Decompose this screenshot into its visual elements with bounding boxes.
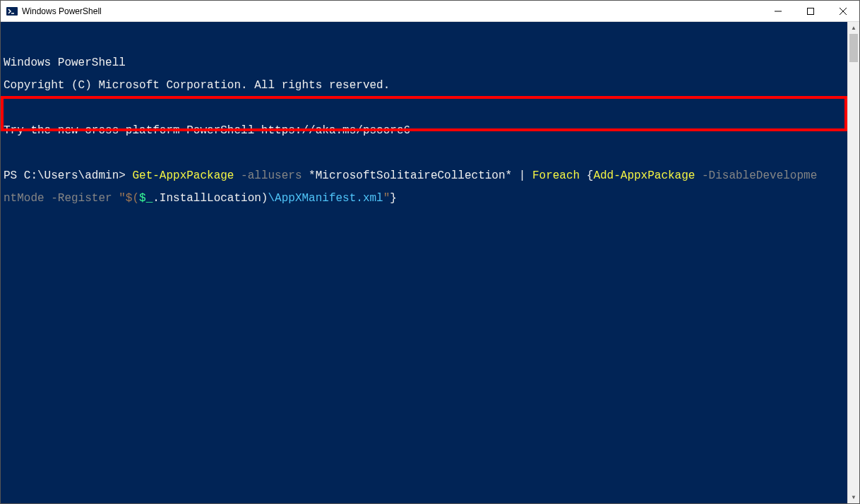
- cmdlet: Foreach: [532, 169, 580, 182]
- param: -allusers: [234, 169, 301, 182]
- arg: *MicrosoftSolitaireCollection*: [301, 169, 512, 182]
- brace-close: }: [390, 192, 397, 205]
- property: .InstallLocation): [153, 192, 268, 205]
- scroll-up-icon[interactable]: ▲: [848, 22, 859, 34]
- vertical-scrollbar[interactable]: ▲ ▼: [847, 22, 859, 503]
- string-close: ": [383, 192, 390, 205]
- terminal-line: Copyright (C) Microsoft Corporation. All…: [4, 80, 847, 91]
- minimize-button[interactable]: [762, 1, 794, 21]
- maximize-button[interactable]: [794, 1, 827, 21]
- param: -DisableDevelopme: [695, 169, 817, 182]
- prompt: PS C:\Users\admin>: [4, 169, 132, 182]
- titlebar[interactable]: Windows PowerShell: [1, 1, 859, 22]
- terminal-line: Windows PowerShell: [4, 57, 847, 68]
- terminal-line: Try the new cross-platform PowerShell ht…: [4, 125, 847, 136]
- powershell-window: Windows PowerShell Windows PowerShell Co…: [0, 0, 860, 504]
- window-controls: [762, 1, 859, 21]
- scroll-down-icon[interactable]: ▼: [848, 491, 859, 503]
- terminal[interactable]: Windows PowerShell Copyright (C) Microso…: [1, 22, 847, 503]
- string-open: "$(: [112, 192, 139, 205]
- terminal-blank: [4, 102, 847, 114]
- close-button[interactable]: [827, 1, 859, 21]
- terminal-blank: [4, 148, 847, 159]
- terminal-command-line2: ntMode -Register "$($_.InstallLocation)\…: [4, 193, 847, 204]
- content-area: Windows PowerShell Copyright (C) Microso…: [1, 22, 859, 503]
- terminal-output: Windows PowerShell Copyright (C) Microso…: [1, 44, 847, 227]
- path: \AppXManifest.xml: [268, 192, 383, 205]
- svg-rect-3: [808, 8, 814, 14]
- brace: {: [580, 169, 593, 182]
- param-wrap: ntMode: [4, 192, 44, 205]
- powershell-icon: [6, 6, 18, 17]
- variable: $_: [139, 192, 153, 205]
- svg-rect-0: [6, 7, 18, 16]
- scroll-track[interactable]: [848, 34, 859, 491]
- terminal-command-line1: PS C:\Users\admin> Get-AppxPackage -allu…: [4, 170, 847, 181]
- window-title: Windows PowerShell: [22, 6, 762, 16]
- cmdlet: Get-AppxPackage: [132, 169, 234, 182]
- param: -Register: [44, 192, 112, 205]
- cmdlet: Add-AppxPackage: [593, 169, 695, 182]
- pipe: |: [512, 169, 532, 182]
- scroll-thumb[interactable]: [849, 34, 858, 62]
